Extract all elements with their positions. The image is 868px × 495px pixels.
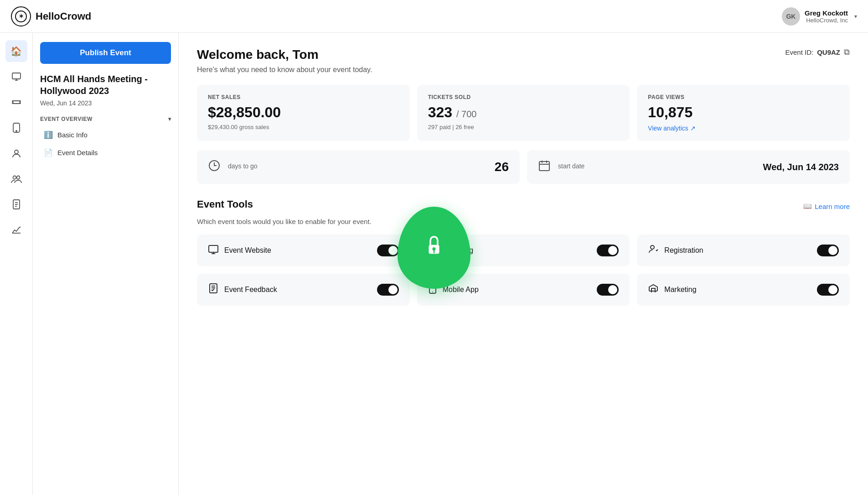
tool-ticketing: Ticketing xyxy=(417,234,630,266)
ticketing-toggle[interactable] xyxy=(597,245,619,256)
event-details-label: Event Details xyxy=(57,149,98,156)
rail-attendees-icon[interactable] xyxy=(5,168,27,190)
view-analytics-button[interactable]: View analytics ↗ xyxy=(648,125,839,132)
logo-text: HelloCrowd xyxy=(36,10,91,22)
rail-reports-icon[interactable] xyxy=(5,193,27,215)
days-to-go-card: days to go 26 xyxy=(197,150,520,184)
net-sales-sub: $29,430.00 gross sales xyxy=(208,124,399,130)
event-feedback-label: Event Feedback xyxy=(224,286,372,294)
page-views-card: PAGE VIEWS 10,875 View analytics ↗ xyxy=(637,85,850,141)
event-website-icon xyxy=(208,244,219,257)
rail-people-icon[interactable] xyxy=(5,142,27,164)
page-views-value: 10,875 xyxy=(648,104,839,121)
welcome-section: Welcome back, Tom Here's what you need t… xyxy=(197,47,372,74)
welcome-sub: Here's what you need to know about your … xyxy=(197,66,372,74)
mobile-app-icon xyxy=(428,283,437,297)
page-views-label: PAGE VIEWS xyxy=(648,94,839,100)
welcome-title: Welcome back, Tom xyxy=(197,47,372,62)
document-icon: 📄 xyxy=(44,148,53,157)
start-date-value: Wed, Jun 14 2023 xyxy=(763,162,839,172)
marketing-icon xyxy=(648,283,659,297)
registration-label: Registration xyxy=(664,246,811,255)
tool-mobile-app: Mobile App xyxy=(417,274,630,306)
mobile-app-toggle[interactable] xyxy=(597,284,619,296)
rail-home-icon[interactable]: 🏠 xyxy=(5,40,27,62)
tools-grid: Event Website Ticketing xyxy=(197,234,850,306)
svg-rect-28 xyxy=(431,283,434,285)
svg-text:✶: ✶ xyxy=(18,12,24,20)
external-link-icon: ↗ xyxy=(690,125,696,132)
rail-mobile-icon[interactable] xyxy=(5,117,27,139)
tickets-sold-value: 323 / 700 xyxy=(428,104,619,121)
start-date-info: start date xyxy=(558,162,584,172)
user-name: Greg Kockott xyxy=(805,9,848,17)
rail-tickets-icon[interactable] xyxy=(5,91,27,113)
net-sales-card: NET SALES $28,850.00 $29,430.00 gross sa… xyxy=(197,85,410,141)
event-id-area: Event ID: QU9AZ ⧉ xyxy=(785,47,850,57)
tools-title: Event Tools xyxy=(197,198,253,210)
event-id-value: QU9AZ xyxy=(817,48,840,56)
svg-rect-16 xyxy=(539,162,549,171)
tool-event-feedback: Event Feedback xyxy=(197,274,410,306)
registration-icon xyxy=(648,244,659,257)
learn-more-button[interactable]: 📖 Learn more xyxy=(803,202,850,210)
tickets-total: / 700 xyxy=(456,109,476,119)
event-overview-label: EVENT OVERVIEW xyxy=(40,116,93,122)
info-icon: ℹ️ xyxy=(44,130,53,139)
tickets-sold-label: TICKETS SOLD xyxy=(428,94,619,100)
event-feedback-toggle[interactable] xyxy=(377,284,399,296)
sidebar-item-basic-info[interactable]: ℹ️ Basic Info xyxy=(40,126,171,144)
tickets-sold-sub: 297 paid | 26 free xyxy=(428,124,619,130)
user-info: Greg Kockott HelloCrowd, Inc xyxy=(805,9,848,24)
info-row: days to go 26 start date Wed, Jun 14 202… xyxy=(197,150,850,184)
svg-point-23 xyxy=(651,245,654,249)
event-overview-section[interactable]: EVENT OVERVIEW ▾ xyxy=(40,116,171,122)
avatar: GK xyxy=(782,7,800,26)
svg-point-8 xyxy=(13,176,16,179)
days-to-go-value: 26 xyxy=(495,160,509,174)
tool-event-website: Event Website xyxy=(197,234,410,266)
days-to-go-info: days to go xyxy=(228,162,258,172)
days-to-go-label: days to go xyxy=(228,162,258,170)
sidebar: Publish Event HCM All Hands Meeting - Ho… xyxy=(33,33,179,495)
marketing-toggle[interactable] xyxy=(817,284,839,296)
svg-point-7 xyxy=(15,150,18,154)
event-website-toggle[interactable] xyxy=(377,245,399,256)
event-date: Wed, Jun 14 2023 xyxy=(40,99,171,107)
icon-rail: 🏠 xyxy=(0,33,33,495)
event-title: HCM All Hands Meeting - Hollywood 2023 xyxy=(40,73,171,97)
logo-icon: ✶ xyxy=(11,6,31,26)
logo-area: ✶ HelloCrowd xyxy=(11,6,91,26)
calendar-icon xyxy=(538,159,551,175)
stats-grid: NET SALES $28,850.00 $29,430.00 gross sa… xyxy=(197,85,850,141)
chevron-down-icon: ▾ xyxy=(854,13,857,20)
publish-event-button[interactable]: Publish Event xyxy=(40,42,171,64)
event-website-label: Event Website xyxy=(224,246,372,255)
tickets-sold-card: TICKETS SOLD 323 / 700 297 paid | 26 fre… xyxy=(417,85,630,141)
rail-display-icon[interactable] xyxy=(5,66,27,88)
user-company: HelloCrowd, Inc xyxy=(805,17,848,24)
chevron-down-icon: ▾ xyxy=(168,116,171,122)
start-date-card: start date Wed, Jun 14 2023 xyxy=(527,150,850,184)
event-feedback-icon xyxy=(208,283,219,297)
rail-analytics-icon[interactable] xyxy=(5,219,27,241)
copy-icon[interactable]: ⧉ xyxy=(844,47,850,57)
registration-toggle[interactable] xyxy=(817,245,839,256)
top-nav: ✶ HelloCrowd GK Greg Kockott HelloCrowd,… xyxy=(0,0,868,33)
layout: 🏠 xyxy=(0,33,868,495)
ticketing-label: Ticketing xyxy=(444,246,592,255)
tool-marketing: Marketing xyxy=(637,274,850,306)
user-menu[interactable]: GK Greg Kockott HelloCrowd, Inc ▾ xyxy=(782,7,857,26)
event-id-label: Event ID: xyxy=(785,48,813,56)
net-sales-label: NET SALES xyxy=(208,94,399,100)
clock-icon xyxy=(208,159,221,175)
svg-rect-20 xyxy=(209,245,218,252)
svg-point-9 xyxy=(16,176,20,179)
sidebar-item-event-details[interactable]: 📄 Event Details xyxy=(40,144,171,162)
svg-point-6 xyxy=(16,130,17,131)
mobile-app-label: Mobile App xyxy=(443,286,592,294)
view-analytics-label: View analytics xyxy=(648,125,688,132)
svg-rect-2 xyxy=(12,73,21,79)
basic-info-label: Basic Info xyxy=(57,131,88,139)
marketing-label: Marketing xyxy=(664,286,811,294)
